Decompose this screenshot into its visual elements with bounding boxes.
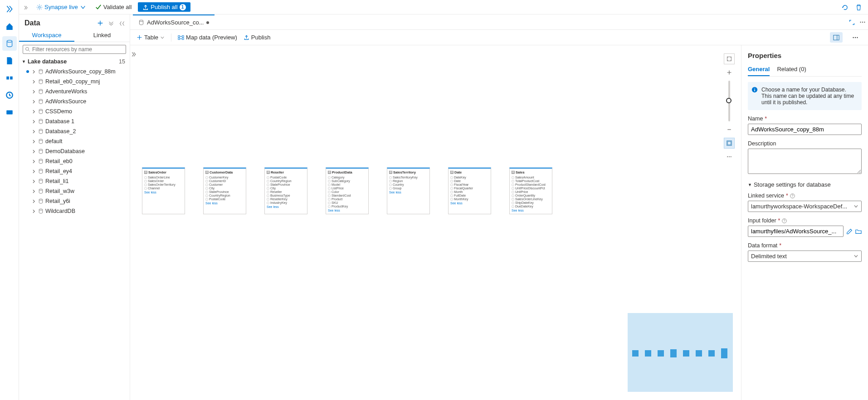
breadcrumb-chevron-icon[interactable] [24, 4, 30, 10]
designer-canvas[interactable]: SalesOrderSalesOrderLineSalesOrderSalesO… [137, 45, 741, 400]
table-column: CustomerKey [205, 176, 244, 179]
tree-item[interactable]: default [19, 136, 130, 146]
tab-workspace[interactable]: Workspace [19, 29, 74, 42]
lake-database-group[interactable]: ▼ Lake database 15 [19, 57, 130, 67]
tree-chevron-icon[interactable] [32, 198, 36, 204]
validate-all-button[interactable]: Validate all [93, 3, 135, 11]
hub-manage-icon[interactable] [2, 105, 17, 120]
tree-chevron-icon[interactable] [32, 178, 36, 184]
tree-item[interactable]: Retail_y6i [19, 196, 130, 206]
explorer-add-icon[interactable] [96, 20, 104, 27]
live-mode-button[interactable]: Synapse live [34, 3, 89, 11]
see-more-link[interactable]: See less [389, 191, 428, 194]
see-more-link[interactable]: See less [267, 205, 305, 208]
hub-monitor-icon[interactable] [2, 88, 17, 102]
tree-item[interactable]: AdventureWorks [19, 87, 130, 96]
input-folder-browse-icon[interactable] [855, 228, 862, 235]
hub-develop-icon[interactable] [2, 53, 17, 68]
props-tab-related[interactable]: Related (0) [777, 64, 806, 76]
tree-chevron-icon[interactable] [32, 68, 36, 75]
tree-item[interactable]: AdWorksSource [19, 96, 130, 106]
tree-chevron-icon[interactable] [32, 208, 36, 214]
input-folder-edit-icon[interactable] [846, 228, 853, 235]
explorer-expand-icon[interactable] [107, 20, 115, 26]
table-card[interactable]: SalesTerritorySalesTerritoryKeyRegionCou… [387, 168, 430, 214]
name-input[interactable] [748, 124, 862, 135]
tree-chevron-icon[interactable] [32, 118, 36, 125]
props-tab-general[interactable]: General [748, 64, 770, 76]
filter-input[interactable] [32, 46, 124, 53]
publish-db-button[interactable]: Publish [244, 34, 271, 41]
toggle-minimap-icon[interactable] [724, 138, 735, 149]
tree-chevron-icon[interactable] [32, 188, 36, 194]
tree-item[interactable]: AdWorksSource_copy_88m [19, 67, 130, 77]
hub-data-icon[interactable] [2, 36, 17, 51]
hub-home-icon[interactable] [2, 19, 17, 34]
table-card[interactable]: ResellerPostalCodeCountryRegionStateProv… [264, 168, 307, 214]
table-card[interactable]: ProductDataCategorySubCategoryModelListP… [326, 168, 369, 214]
input-folder-help-icon[interactable] [782, 218, 787, 223]
table-card[interactable]: CustomerDataCustomerKeyCustomerIDCustome… [203, 168, 246, 214]
tree-item[interactable]: Retail_eb0_copy_mnj [19, 77, 130, 87]
tree-chevron-icon[interactable] [32, 128, 36, 135]
see-more-link[interactable]: See less [512, 209, 550, 212]
filter-input-wrapper[interactable] [23, 45, 126, 54]
file-tab-more-icon[interactable] [857, 19, 868, 25]
hub-integrate-icon[interactable] [2, 71, 17, 85]
maximize-editor-icon[interactable] [846, 19, 857, 25]
tree-item[interactable]: Database 1 [19, 116, 130, 126]
tab-linked[interactable]: Linked [74, 29, 130, 42]
explorer-collapse-icon[interactable] [118, 20, 126, 26]
tree-chevron-icon[interactable] [32, 98, 36, 105]
table-card[interactable]: SalesOrderSalesOrderLineSalesOrderSalesO… [142, 168, 185, 214]
tree-item[interactable]: Retail_ey4 [19, 166, 130, 176]
tree-item[interactable]: WildcardDB [19, 206, 130, 216]
hub-toggle-icon[interactable] [2, 2, 17, 16]
zoom-fit-icon[interactable] [724, 53, 735, 64]
file-tab[interactable]: AdWorksSource_co... [133, 14, 215, 29]
tree-item[interactable]: Retail_w3w [19, 186, 130, 196]
toggle-properties-icon[interactable] [830, 32, 843, 43]
tree-chevron-icon[interactable] [32, 138, 36, 145]
toolbar-refresh-icon[interactable] [840, 3, 850, 11]
see-more-link[interactable]: See less [328, 209, 366, 212]
data-format-select[interactable]: Delimited text [748, 251, 862, 262]
input-folder-input[interactable] [748, 226, 844, 237]
storage-settings-header[interactable]: ▼ Storage settings for database [748, 181, 862, 188]
storage-label: Storage settings for database [754, 181, 831, 188]
canvas-expand-gutter-icon[interactable] [130, 45, 137, 400]
map-data-button[interactable]: Map data (Preview) [178, 34, 237, 41]
table-card[interactable]: DateDateKeyDateFiscalYearFiscalQuarterMo… [448, 168, 491, 214]
table-card[interactable]: SalesSalesAmountTotalProductCostProductS… [509, 168, 552, 214]
tree-chevron-icon[interactable] [32, 88, 36, 95]
linked-service-select[interactable]: lamurthyworkspace-WorkspaceDef... [748, 201, 862, 212]
tree-item[interactable]: Retail_eb0 [19, 156, 130, 166]
see-more-link[interactable]: See less [205, 202, 244, 205]
editor-more-icon[interactable] [849, 34, 862, 41]
tree-chevron-icon[interactable] [32, 108, 36, 115]
table-column: Country [389, 183, 428, 186]
zoom-out-icon[interactable] [724, 124, 735, 135]
linked-service-help-icon[interactable] [790, 193, 795, 198]
publish-all-button[interactable]: Publish all 1 [138, 2, 190, 12]
add-table-button[interactable]: Table [137, 34, 165, 41]
toolbar-discard-icon[interactable] [853, 3, 863, 11]
minimap[interactable] [628, 313, 733, 392]
tree-chevron-icon[interactable] [32, 158, 36, 164]
tree-item[interactable]: Retail_li1 [19, 176, 130, 186]
zoom-in-icon[interactable] [724, 67, 735, 78]
zoom-slider[interactable] [728, 81, 730, 121]
tree-item[interactable]: DemoDatabase [19, 146, 130, 156]
tree-chevron-icon[interactable] [32, 168, 36, 174]
table-column: SalesOrderTerritory [144, 183, 183, 186]
tree-item[interactable]: Database_2 [19, 126, 130, 136]
tree-chevron-icon[interactable] [32, 78, 36, 85]
tree-chevron-icon[interactable] [32, 148, 36, 154]
search-icon [25, 47, 30, 52]
tree-item[interactable]: CSSDemo [19, 106, 130, 116]
see-more-link[interactable]: See less [144, 191, 183, 194]
canvas-more-icon[interactable] [724, 151, 735, 162]
see-more-link[interactable]: See less [450, 202, 489, 205]
description-input[interactable] [748, 149, 862, 174]
input-folder-label: Input folder* [748, 217, 862, 224]
